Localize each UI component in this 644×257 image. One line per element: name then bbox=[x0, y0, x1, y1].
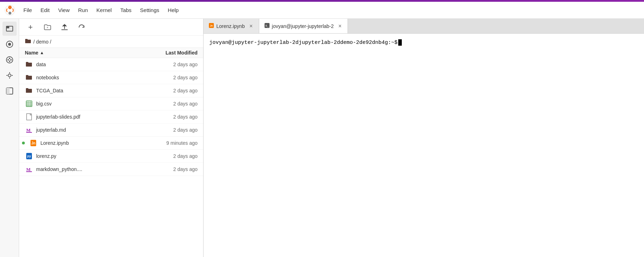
terminal-prompt: jovyan@jupyter-jupyterlab-2djupyterlab-2… bbox=[209, 39, 638, 46]
svg-text:M: M bbox=[26, 127, 30, 133]
md-icon: M bbox=[25, 126, 33, 134]
menu-view[interactable]: View bbox=[55, 6, 73, 15]
file-name: Lorenz.ipynb bbox=[40, 140, 141, 146]
breadcrumb-text: / demo / bbox=[33, 39, 51, 45]
svg-point-10 bbox=[9, 58, 10, 59]
svg-point-11 bbox=[9, 61, 10, 62]
fb-toolbar: + + bbox=[19, 19, 203, 36]
jupyter-logo bbox=[4, 5, 16, 16]
folder-icon bbox=[25, 73, 33, 82]
python-icon: py bbox=[25, 152, 33, 160]
file-name: jupyterlab.md bbox=[36, 127, 141, 133]
fb-list-header: Name ▲ Last Modified bbox=[19, 48, 203, 58]
terminal-cursor bbox=[398, 39, 402, 46]
file-name: data bbox=[36, 62, 141, 67]
md-icon: M bbox=[25, 165, 33, 173]
svg-point-12 bbox=[8, 74, 11, 77]
svg-text:Jn: Jn bbox=[31, 141, 35, 145]
file-modified: 2 days ago bbox=[141, 101, 198, 107]
running-indicator bbox=[22, 142, 25, 144]
svg-point-8 bbox=[7, 59, 9, 61]
svg-text:Jn: Jn bbox=[210, 24, 213, 27]
menu-edit[interactable]: Edit bbox=[37, 6, 53, 15]
menu-settings[interactable]: Settings bbox=[137, 6, 163, 15]
tab-lorenz[interactable]: Jn Lorenz.ipynb × bbox=[204, 19, 259, 33]
refresh-button[interactable] bbox=[76, 22, 87, 33]
csv-icon bbox=[25, 99, 33, 108]
upload-button[interactable] bbox=[59, 22, 70, 33]
file-list: data 2 days ago notebooks 2 days ago TCG… bbox=[19, 58, 203, 257]
svg-point-1 bbox=[8, 6, 12, 9]
svg-text:$_: $_ bbox=[265, 24, 268, 27]
file-modified: 2 days ago bbox=[141, 75, 198, 80]
list-item[interactable]: big.csv 2 days ago bbox=[19, 97, 203, 110]
svg-point-7 bbox=[6, 57, 13, 63]
sidebar-item-files[interactable] bbox=[2, 22, 17, 36]
sidebar-item-settings[interactable] bbox=[2, 68, 17, 82]
new-file-button[interactable]: + bbox=[25, 22, 36, 33]
svg-point-6 bbox=[8, 43, 11, 46]
list-item[interactable]: notebooks 2 days ago bbox=[19, 71, 203, 84]
file-name: jupyterlab-slides.pdf bbox=[36, 114, 141, 120]
file-name: big.csv bbox=[36, 101, 141, 107]
svg-point-9 bbox=[10, 59, 12, 61]
sidebar bbox=[0, 19, 19, 257]
notebook-tab-icon: Jn bbox=[209, 23, 214, 29]
svg-point-2 bbox=[9, 12, 11, 15]
svg-rect-16 bbox=[26, 101, 32, 107]
pdf-icon bbox=[25, 113, 33, 121]
list-item[interactable]: py lorenz.py 2 days ago bbox=[19, 150, 203, 163]
file-modified: 2 days ago bbox=[141, 114, 198, 120]
sidebar-item-running[interactable] bbox=[2, 37, 17, 51]
menu-run[interactable]: Run bbox=[74, 6, 91, 15]
svg-rect-14 bbox=[6, 88, 10, 94]
list-item[interactable]: TCGA_Data 2 days ago bbox=[19, 84, 203, 97]
notebook-icon: Jn bbox=[29, 139, 38, 147]
file-name: notebooks bbox=[36, 75, 141, 80]
file-name: lorenz.py bbox=[36, 153, 141, 159]
file-name: TCGA_Data bbox=[36, 88, 141, 93]
tab-label: Lorenz.ipynb bbox=[216, 23, 245, 29]
main-layout: + + bbox=[0, 19, 644, 257]
file-name: markdown_python.... bbox=[36, 166, 141, 172]
breadcrumb: / demo / bbox=[19, 36, 203, 48]
menu-bar: File Edit View Run Kernel Tabs Settings … bbox=[0, 2, 644, 19]
list-item[interactable]: M markdown_python.... 2 days ago bbox=[19, 163, 203, 176]
svg-text:+: + bbox=[46, 26, 48, 29]
file-modified: 2 days ago bbox=[141, 166, 198, 172]
right-panel: Jn Lorenz.ipynb × $_ jovyan@jupyter-jupy… bbox=[204, 19, 644, 257]
list-item[interactable]: data 2 days ago bbox=[19, 58, 203, 71]
tab-terminal[interactable]: $_ jovyan@jupyter-jupyterlab-2 × bbox=[259, 19, 348, 33]
menu-file[interactable]: File bbox=[20, 6, 35, 15]
modified-column-header[interactable]: Last Modified bbox=[141, 50, 198, 56]
terminal-area[interactable]: jovyan@jupyter-jupyterlab-2djupyterlab-2… bbox=[204, 34, 644, 257]
file-browser: + + bbox=[19, 19, 204, 257]
file-modified: 2 days ago bbox=[141, 88, 198, 93]
folder-icon bbox=[25, 60, 33, 69]
terminal-prompt-text: jovyan@jupyter-jupyterlab-2djupyterlab-2… bbox=[209, 40, 398, 46]
new-folder-button[interactable]: + bbox=[42, 22, 53, 33]
breadcrumb-folder-icon bbox=[25, 38, 31, 45]
list-item[interactable]: jupyterlab-slides.pdf 2 days ago bbox=[19, 110, 203, 124]
svg-text:py: py bbox=[27, 154, 31, 158]
name-column-header[interactable]: Name ▲ bbox=[25, 50, 141, 56]
menu-kernel[interactable]: Kernel bbox=[93, 6, 115, 15]
sidebar-item-extension[interactable] bbox=[2, 84, 17, 98]
tab-bar: Jn Lorenz.ipynb × $_ jovyan@jupyter-jupy… bbox=[204, 19, 644, 34]
tab-close-button[interactable]: × bbox=[248, 23, 254, 29]
svg-text:M: M bbox=[26, 167, 30, 172]
menu-help[interactable]: Help bbox=[164, 6, 182, 15]
list-item[interactable]: M jupyterlab.md 2 days ago bbox=[19, 124, 203, 137]
tab-close-button[interactable]: × bbox=[337, 23, 343, 29]
menu-tabs[interactable]: Tabs bbox=[117, 6, 135, 15]
file-modified: 2 days ago bbox=[141, 62, 198, 67]
sort-arrow-icon: ▲ bbox=[40, 50, 44, 55]
file-modified: 2 days ago bbox=[141, 127, 198, 133]
list-item[interactable]: Jn Lorenz.ipynb 9 minutes ago bbox=[19, 137, 203, 150]
sidebar-item-commands[interactable] bbox=[2, 53, 17, 67]
file-modified: 2 days ago bbox=[141, 153, 198, 159]
folder-icon bbox=[25, 86, 33, 95]
tab-label: jovyan@jupyter-jupyterlab-2 bbox=[272, 23, 334, 29]
terminal-tab-icon: $_ bbox=[264, 23, 270, 29]
file-modified: 9 minutes ago bbox=[141, 140, 198, 146]
